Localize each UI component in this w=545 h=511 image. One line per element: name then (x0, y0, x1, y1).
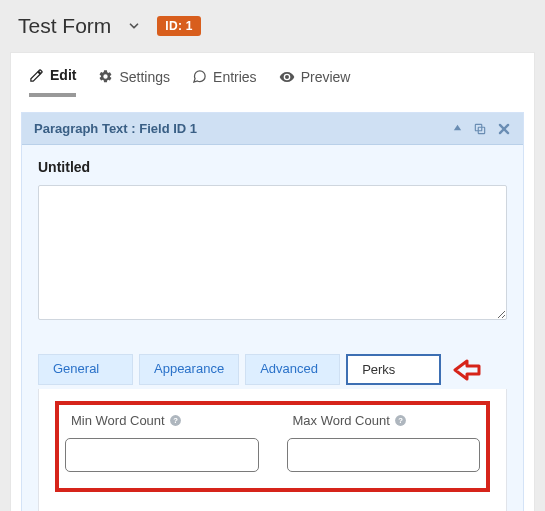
min-word-count-input[interactable] (65, 438, 259, 472)
edit-icon (29, 68, 44, 83)
chevron-down-icon[interactable] (127, 19, 141, 33)
subtab-appearance[interactable]: Appearance (139, 354, 239, 385)
help-icon[interactable]: ? (394, 414, 407, 427)
svg-marker-0 (454, 124, 461, 130)
subtab-perks[interactable]: Perks (346, 354, 441, 385)
min-word-count-label-text: Min Word Count (71, 413, 165, 428)
max-word-count-label-text: Max Word Count (293, 413, 390, 428)
min-word-count-group: Min Word Count ? (65, 413, 259, 472)
field-title-label: Untitled (38, 159, 507, 175)
tab-preview[interactable]: Preview (279, 69, 351, 95)
tab-settings[interactable]: Settings (98, 69, 170, 95)
field-editor-card: Paragraph Text : Field ID 1 Untitled Gen… (21, 112, 524, 511)
tab-entries[interactable]: Entries (192, 69, 257, 95)
collapse-icon[interactable] (452, 122, 463, 136)
eye-icon (279, 69, 295, 85)
close-icon[interactable] (497, 122, 511, 136)
paragraph-textarea[interactable] (38, 185, 507, 320)
tab-edit[interactable]: Edit (29, 67, 76, 97)
annotation-arrow-icon (453, 357, 483, 383)
tab-preview-label: Preview (301, 69, 351, 85)
subtab-general[interactable]: General (38, 354, 133, 385)
subtab-advanced[interactable]: Advanced (245, 354, 340, 385)
tab-entries-label: Entries (213, 69, 257, 85)
field-subtabs: General Appearance Advanced Perks (22, 336, 523, 389)
svg-text:?: ? (173, 416, 178, 425)
gear-icon (98, 69, 113, 84)
field-header-label: Paragraph Text : Field ID 1 (34, 121, 197, 136)
speech-bubble-icon (192, 69, 207, 84)
main-tabs: Edit Settings Entries Preview (11, 53, 534, 96)
duplicate-icon[interactable] (473, 122, 487, 136)
svg-text:?: ? (398, 416, 403, 425)
help-icon[interactable]: ? (169, 414, 182, 427)
field-header-actions (452, 122, 511, 136)
tab-settings-label: Settings (119, 69, 170, 85)
perks-panel: Min Word Count ? Max Word Count ? (38, 389, 507, 511)
page-header: Test Form ID: 1 (0, 0, 545, 44)
field-body: Untitled (22, 145, 523, 336)
max-word-count-label: Max Word Count ? (287, 413, 481, 428)
form-id-badge: ID: 1 (157, 16, 201, 36)
tab-edit-label: Edit (50, 67, 76, 83)
annotation-highlight-box: Min Word Count ? Max Word Count ? (55, 401, 490, 492)
max-word-count-group: Max Word Count ? (287, 413, 481, 472)
field-header[interactable]: Paragraph Text : Field ID 1 (22, 113, 523, 145)
min-word-count-label: Min Word Count ? (65, 413, 259, 428)
form-title: Test Form (18, 14, 111, 38)
max-word-count-input[interactable] (287, 438, 481, 472)
editor-panel: Edit Settings Entries Preview Paragraph … (10, 52, 535, 511)
